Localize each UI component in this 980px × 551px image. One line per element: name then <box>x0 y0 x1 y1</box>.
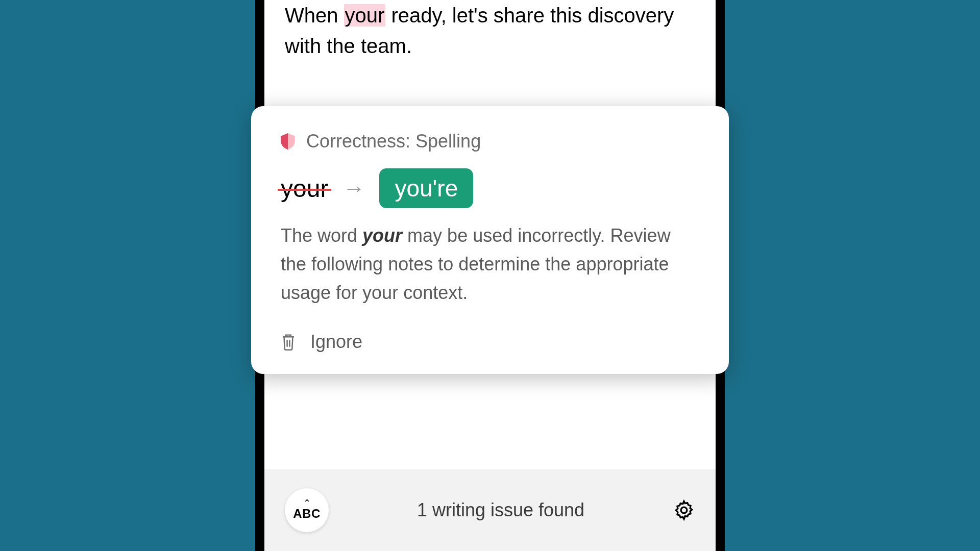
chevron-up-icon: ⌃ <box>303 499 311 507</box>
keyboard-toggle-button[interactable]: ⌃ ABC <box>285 488 329 532</box>
suggestion-card: Correctness: Spelling your → you're The … <box>251 106 729 374</box>
shield-icon <box>281 133 295 149</box>
text-before: When <box>285 4 344 27</box>
gear-icon[interactable] <box>673 499 695 521</box>
ignore-label: Ignore <box>310 331 362 353</box>
highlighted-word[interactable]: your <box>344 4 386 27</box>
correction-row: your → you're <box>281 168 699 208</box>
ignore-button[interactable]: Ignore <box>281 331 699 353</box>
issue-count-text[interactable]: 1 writing issue found <box>417 499 584 521</box>
trash-icon <box>281 333 296 350</box>
screen: When your ready, let's share this discov… <box>264 0 716 551</box>
explanation-prefix: The word <box>281 225 362 246</box>
svg-point-0 <box>681 507 687 513</box>
card-header-text: Correctness: Spelling <box>306 131 481 152</box>
editor-text[interactable]: When your ready, let's share this discov… <box>264 0 716 77</box>
keyboard-label: ABC <box>293 507 321 521</box>
card-header: Correctness: Spelling <box>281 131 699 152</box>
phone-frame: When your ready, let's share this discov… <box>255 0 725 551</box>
suggestion-chip[interactable]: you're <box>379 168 473 208</box>
arrow-right-icon: → <box>342 176 365 201</box>
explanation-text: The word your may be used incorrectly. R… <box>281 221 699 307</box>
original-word: your <box>281 174 328 203</box>
bottom-bar: ⌃ ABC 1 writing issue found <box>264 469 716 551</box>
explanation-word: your <box>362 225 402 246</box>
